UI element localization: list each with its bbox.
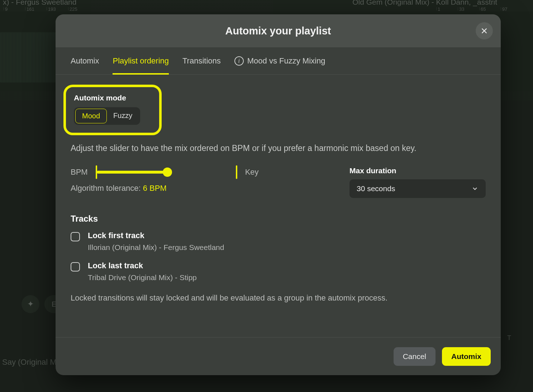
lock-first-track-row: Lock first track Illorian (Original Mix)… bbox=[71, 231, 486, 252]
info-icon: i bbox=[234, 56, 244, 66]
slider-label-bpm: BPM bbox=[71, 167, 88, 177]
close-icon bbox=[480, 27, 488, 35]
lock-last-track-label: Lock last track bbox=[88, 261, 197, 270]
slider-label-key: Key bbox=[245, 167, 259, 177]
max-duration-field: Max duration 30 seconds bbox=[349, 166, 486, 198]
max-duration-select[interactable]: 30 seconds bbox=[349, 179, 486, 198]
ruler-tick: 33 bbox=[458, 7, 479, 10]
modal-title: Automix your playlist bbox=[225, 25, 331, 37]
cancel-button[interactable]: Cancel bbox=[394, 347, 436, 366]
ruler-tick: 1 bbox=[436, 7, 458, 10]
magic-icon: ✦ bbox=[22, 295, 39, 313]
close-button[interactable] bbox=[476, 22, 493, 39]
modal-body: Automix mode Mood Fuzzy Adjust the slide… bbox=[56, 75, 501, 337]
modal-header: Automix your playlist bbox=[56, 14, 501, 47]
lock-first-track-label: Lock first track bbox=[88, 231, 224, 240]
lock-first-track-checkbox[interactable] bbox=[71, 232, 80, 241]
modal-footer: Cancel Automix bbox=[56, 337, 501, 375]
algorithm-tolerance: Algorithm tolerance: 6 BPM bbox=[71, 184, 335, 193]
automix-modal: Automix your playlist Automix Playlist o… bbox=[56, 14, 501, 375]
bpm-key-slider[interactable] bbox=[96, 166, 237, 178]
mood-vs-fuzzy-link[interactable]: i Mood vs Fuzzy Mixing bbox=[234, 47, 325, 74]
automix-button[interactable]: Automix bbox=[442, 347, 491, 366]
automix-mode-highlight: Automix mode Mood Fuzzy bbox=[63, 85, 162, 135]
controls-row: BPM Key Algorithm tolerance: 6 BPM bbox=[71, 166, 486, 198]
ordering-description: Adjust the slider to have the mix ordere… bbox=[71, 142, 486, 154]
tab-automix[interactable]: Automix bbox=[71, 47, 99, 74]
bpm-key-slider-area: BPM Key bbox=[71, 166, 335, 178]
ruler-tick: 193 bbox=[47, 7, 68, 10]
tolerance-value: 6 BPM bbox=[143, 184, 167, 193]
tab-playlist-ordering[interactable]: Playlist ordering bbox=[113, 47, 169, 74]
lock-last-track-sub: Tribal Drive (Original Mix) - Stipp bbox=[88, 273, 197, 282]
mode-mood-button[interactable]: Mood bbox=[75, 109, 107, 123]
max-duration-value: 30 seconds bbox=[357, 184, 395, 193]
ruler-tick: 9 bbox=[4, 7, 25, 10]
tab-transitions[interactable]: Transitions bbox=[182, 47, 221, 74]
bg-track-title-right: Old Gem (Original Mix) - Koll Dann, _ass… bbox=[352, 0, 497, 6]
tab-bar: Automix Playlist ordering Transitions i … bbox=[56, 47, 501, 75]
automix-mode-label: Automix mode bbox=[74, 94, 151, 102]
automix-mode-segmented: Mood Fuzzy bbox=[74, 107, 140, 125]
mode-fuzzy-button[interactable]: Fuzzy bbox=[107, 109, 139, 123]
lock-last-track-checkbox[interactable] bbox=[71, 262, 80, 271]
tracks-title: Tracks bbox=[71, 214, 486, 224]
ruler-tick: 97 bbox=[501, 7, 522, 10]
lock-first-track-sub: Illorian (Original Mix) - Fergus Sweetla… bbox=[88, 243, 224, 252]
tracks-section: Tracks Lock first track Illorian (Origin… bbox=[71, 214, 486, 304]
ruler-tick: 65 bbox=[479, 7, 501, 10]
chevron-down-icon bbox=[471, 185, 479, 192]
max-duration-label: Max duration bbox=[349, 166, 486, 175]
ruler-right: 1 33 65 97 bbox=[436, 7, 529, 14]
ruler-tick: 161 bbox=[25, 7, 47, 10]
waveform bbox=[0, 32, 57, 82]
lock-last-track-row: Lock last track Tribal Drive (Original M… bbox=[71, 261, 486, 282]
bg-track-title-left: x) - Fergus Sweetland bbox=[3, 0, 76, 6]
ruler-tick: 225 bbox=[68, 7, 90, 10]
locked-transitions-note: Locked transitions will stay locked and … bbox=[71, 292, 486, 304]
